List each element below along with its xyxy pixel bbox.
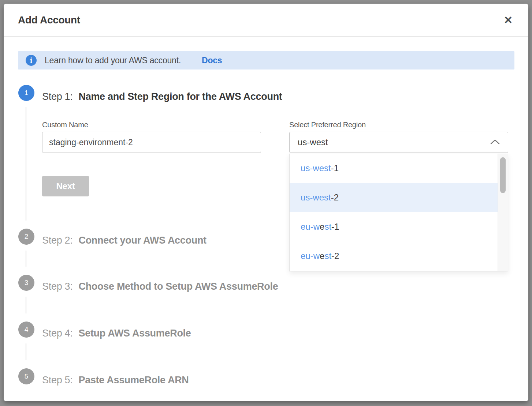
step-2-title: Connect your AWS Account [78,235,206,246]
step-1-heading: Step 1:Name and Step Region for the AWS … [42,89,282,104]
step-5-title: Paste AssumeRole ARN [78,375,189,386]
dropdown-scrollbar-track[interactable] [498,154,508,271]
close-icon[interactable]: ✕ [501,13,515,27]
step-5-heading: Step 5:Paste AssumeRole ARN [42,373,189,387]
step-1-circle: 1 [18,85,34,101]
step-5-prefix: Step 5: [42,375,72,386]
option-match-text: us-west [301,163,331,173]
region-option[interactable]: eu-west-2 [290,241,498,271]
option-match-text: eu-w [301,222,320,232]
region-option[interactable]: us-west-1 [290,154,498,183]
option-rest-text: e [320,222,324,232]
add-account-modal: Add Account ✕ i Learn how to add your AW… [4,4,528,401]
step-4-title: Setup AWS AssumeRole [78,328,191,339]
step-connector [26,343,26,360]
region-label: Select Preferred Region [289,121,366,129]
region-dropdown: us-west-1us-west-2eu-west-1eu-west-2 [289,154,508,271]
step-4-prefix: Step 4: [42,328,72,339]
info-banner: i Learn how to add your AWS account. Doc… [18,51,514,69]
step-1-title: Name and Step Region for the AWS Account [78,91,282,102]
step-4-circle: 4 [18,322,34,338]
option-match-text: eu-w [301,251,320,261]
modal-header: Add Account ✕ [4,4,528,37]
option-rest-text: -1 [331,222,339,232]
step-connector [26,107,26,221]
next-button[interactable]: Next [42,176,89,196]
step-2-prefix: Step 2: [42,235,72,246]
option-rest-text: -2 [331,192,339,202]
option-rest-text: -2 [331,251,339,261]
step-3-prefix: Step 3: [42,281,72,292]
option-rest-text: -1 [331,163,339,173]
region-option[interactable]: us-west-2 [290,183,498,212]
step-1-prefix: Step 1: [42,91,72,102]
step-5-circle: 5 [18,368,34,384]
custom-name-input[interactable] [42,132,261,153]
step-2-circle: 2 [18,229,34,245]
option-match-text: us-west [301,192,331,202]
step-2-heading: Step 2:Connect your AWS Account [42,233,207,248]
region-select[interactable]: us-west [289,132,508,153]
option-rest-text: e [320,251,324,261]
step-3-circle: 3 [18,275,34,291]
custom-name-label: Custom Name [42,121,88,129]
option-match-text: st [324,251,331,261]
dropdown-scrollbar-thumb[interactable] [500,157,506,193]
info-icon: i [26,55,37,66]
step-3-heading: Step 3:Choose Method to Setup AWS Assume… [42,279,278,294]
region-option[interactable]: eu-west-1 [290,212,498,241]
docs-link[interactable]: Docs [202,51,222,69]
step-connector [26,251,26,267]
step-3-title: Choose Method to Setup AWS AssumeRole [78,281,278,292]
option-match-text: st [324,222,331,232]
step-4-heading: Step 4:Setup AWS AssumeRole [42,326,191,341]
banner-text: Learn how to add your AWS account. [45,51,181,69]
chevron-up-icon [490,138,500,146]
modal-title: Add Account [18,4,80,37]
region-dropdown-options: us-west-1us-west-2eu-west-1eu-west-2 [290,154,498,271]
region-select-value: us-west [298,132,328,153]
step-connector [26,297,26,313]
